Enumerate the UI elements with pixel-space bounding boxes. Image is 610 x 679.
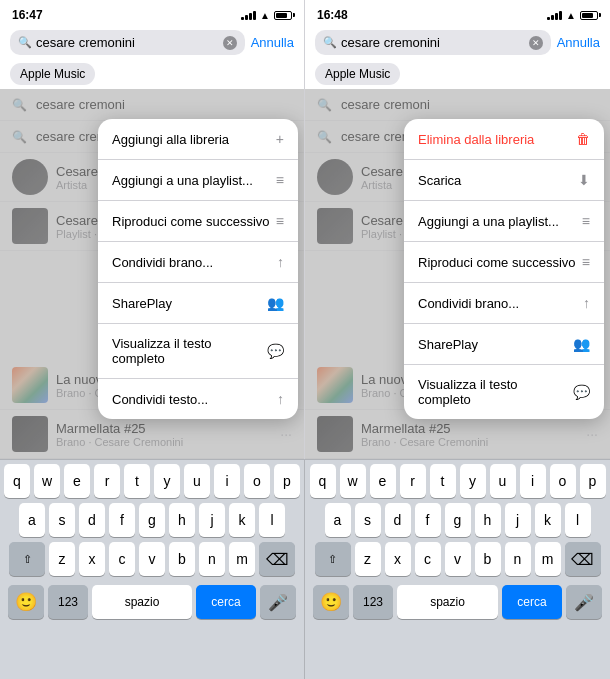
key-t-r[interactable]: t: [430, 464, 456, 498]
key-s[interactable]: s: [49, 503, 75, 537]
search-key-left[interactable]: cerca: [196, 585, 256, 619]
status-bar-right: 16:48 ▲: [305, 0, 610, 26]
key-i[interactable]: i: [214, 464, 240, 498]
menu-item-remove-library[interactable]: Elimina dalla libreria 🗑: [404, 119, 604, 160]
key-g-r[interactable]: g: [445, 503, 471, 537]
key-l-r[interactable]: l: [565, 503, 591, 537]
key-k[interactable]: k: [229, 503, 255, 537]
menu-item-add-playlist[interactable]: Aggiungi a una playlist... ≡: [98, 160, 298, 201]
key-h-r[interactable]: h: [475, 503, 501, 537]
menu-item-play-next[interactable]: Riproduci come successivo ≡: [98, 201, 298, 242]
filter-chip-right[interactable]: Apple Music: [315, 63, 400, 85]
key-v-r[interactable]: v: [445, 542, 471, 576]
menu-item-share-lyrics[interactable]: Condividi testo... ↑: [98, 379, 298, 419]
menu-item-view-lyrics[interactable]: Visualizza il testo completo 💬: [98, 324, 298, 379]
key-row-1-right: q w e r t y u i o p: [307, 464, 608, 498]
key-row-4-left: 🙂 123 spazio cerca 🎤: [2, 581, 302, 623]
search-clear-right[interactable]: ✕: [529, 36, 543, 50]
menu-item-share-track[interactable]: Condividi brano... ↑: [98, 242, 298, 283]
mic-key-right[interactable]: 🎤: [566, 585, 602, 619]
key-w[interactable]: w: [34, 464, 60, 498]
menu-item-download[interactable]: Scarica ⬇: [404, 160, 604, 201]
key-t[interactable]: t: [124, 464, 150, 498]
cancel-btn-left[interactable]: Annulla: [251, 35, 294, 50]
key-d-r[interactable]: d: [385, 503, 411, 537]
key-j-r[interactable]: j: [505, 503, 531, 537]
key-o[interactable]: o: [244, 464, 270, 498]
content-area-left: 🔍 cesare cremoni 🔍 cesare cremoni Cesare…: [0, 89, 304, 459]
key-q-r[interactable]: q: [310, 464, 336, 498]
search-input-right[interactable]: 🔍 cesare cremonini ✕: [315, 30, 551, 55]
key-c[interactable]: c: [109, 542, 135, 576]
key-d[interactable]: d: [79, 503, 105, 537]
key-n-r[interactable]: n: [505, 542, 531, 576]
key-i-r[interactable]: i: [520, 464, 546, 498]
search-clear-left[interactable]: ✕: [223, 36, 237, 50]
key-row-3-left: ⇧ z x c v b n m ⌫: [2, 542, 302, 576]
key-u[interactable]: u: [184, 464, 210, 498]
plus-icon: +: [276, 131, 284, 147]
key-s-r[interactable]: s: [355, 503, 381, 537]
space-key-right[interactable]: spazio: [397, 585, 498, 619]
key-y[interactable]: y: [154, 464, 180, 498]
key-o-r[interactable]: o: [550, 464, 576, 498]
menu-item-add-library[interactable]: Aggiungi alla libreria +: [98, 119, 298, 160]
trash-icon: 🗑: [576, 131, 590, 147]
mic-key-left[interactable]: 🎤: [260, 585, 296, 619]
key-e-r[interactable]: e: [370, 464, 396, 498]
key-w-r[interactable]: w: [340, 464, 366, 498]
key-v[interactable]: v: [139, 542, 165, 576]
filter-chip-left[interactable]: Apple Music: [10, 63, 95, 85]
key-b-r[interactable]: b: [475, 542, 501, 576]
key-p-r[interactable]: p: [580, 464, 606, 498]
key-y-r[interactable]: y: [460, 464, 486, 498]
context-menu-overlay-left[interactable]: Aggiungi alla libreria + Aggiungi a una …: [0, 89, 304, 459]
key-m-r[interactable]: m: [535, 542, 561, 576]
key-r-r[interactable]: r: [400, 464, 426, 498]
menu-item-add-playlist[interactable]: Aggiungi a una playlist... ≡: [404, 201, 604, 242]
search-input-left[interactable]: 🔍 cesare cremonini ✕: [10, 30, 245, 55]
menu-item-play-next[interactable]: Riproduci come successivo ≡: [404, 242, 604, 283]
key-a[interactable]: a: [19, 503, 45, 537]
menu-item-shareplay[interactable]: SharePlay 👥: [404, 324, 604, 365]
menu-item-shareplay[interactable]: SharePlay 👥: [98, 283, 298, 324]
key-a-r[interactable]: a: [325, 503, 351, 537]
emoji-key-left[interactable]: 🙂: [8, 585, 44, 619]
key-l[interactable]: l: [259, 503, 285, 537]
key-c-r[interactable]: c: [415, 542, 441, 576]
key-f[interactable]: f: [109, 503, 135, 537]
search-key-right[interactable]: cerca: [502, 585, 562, 619]
delete-key-right[interactable]: ⌫: [565, 542, 601, 576]
shift-key-right[interactable]: ⇧: [315, 542, 351, 576]
menu-item-view-lyrics[interactable]: Visualizza il testo completo 💬: [404, 365, 604, 419]
numbers-key-right[interactable]: 123: [353, 585, 393, 619]
context-menu-overlay-right[interactable]: Elimina dalla libreria 🗑 Scarica ⬇ Aggiu…: [305, 89, 610, 459]
cancel-btn-right[interactable]: Annulla: [557, 35, 600, 50]
emoji-key-right[interactable]: 🙂: [313, 585, 349, 619]
menu-item-share-track[interactable]: Condividi brano... ↑: [404, 283, 604, 324]
space-key-left[interactable]: spazio: [92, 585, 192, 619]
key-q[interactable]: q: [4, 464, 30, 498]
key-g[interactable]: g: [139, 503, 165, 537]
key-b[interactable]: b: [169, 542, 195, 576]
delete-key-left[interactable]: ⌫: [259, 542, 295, 576]
key-z[interactable]: z: [49, 542, 75, 576]
key-z-r[interactable]: z: [355, 542, 381, 576]
battery-icon-right: [580, 11, 598, 20]
key-k-r[interactable]: k: [535, 503, 561, 537]
numbers-key-left[interactable]: 123: [48, 585, 88, 619]
key-f-r[interactable]: f: [415, 503, 441, 537]
key-u-r[interactable]: u: [490, 464, 516, 498]
key-x-r[interactable]: x: [385, 542, 411, 576]
key-e[interactable]: e: [64, 464, 90, 498]
key-r[interactable]: r: [94, 464, 120, 498]
shift-key-left[interactable]: ⇧: [9, 542, 45, 576]
menu-label: Aggiungi alla libreria: [112, 132, 276, 147]
key-j[interactable]: j: [199, 503, 225, 537]
key-n[interactable]: n: [199, 542, 225, 576]
key-h[interactable]: h: [169, 503, 195, 537]
menu-label: Aggiungi a una playlist...: [112, 173, 276, 188]
key-p[interactable]: p: [274, 464, 300, 498]
key-m[interactable]: m: [229, 542, 255, 576]
key-x[interactable]: x: [79, 542, 105, 576]
